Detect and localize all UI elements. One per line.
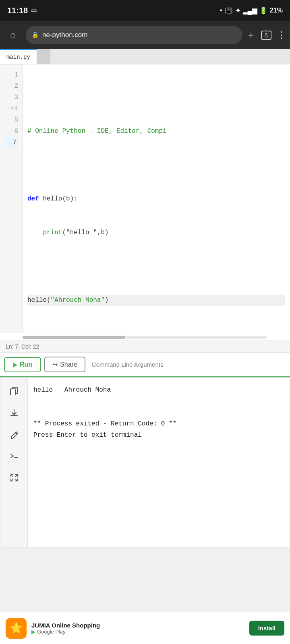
ad-banner: ⭐ JUMIA Online Shopping ▶ Google Play In… [0, 612, 290, 644]
code-line-6 [27, 261, 285, 272]
line-num-4: ▾4 [4, 103, 18, 114]
editor-container: main.py 1 2 3 ▾4 5 6 7 # Online Python -… [0, 49, 290, 378]
run-button[interactable]: ▶ Run [4, 357, 41, 372]
vibrate-icon: 📳 [225, 7, 233, 14]
ad-icon: ⭐ [6, 618, 27, 639]
line-num-7: 7 [4, 137, 18, 148]
dot-indicator: • [220, 7, 222, 14]
code-line-7: hello("Ahrouch Moha") [27, 295, 285, 306]
code-line-5: print("hello ",b) [27, 227, 285, 238]
tab-count[interactable]: 5 [261, 31, 271, 40]
ad-star-icon: ⭐ [10, 622, 23, 635]
command-line-arguments-input[interactable] [89, 358, 286, 371]
status-right: • 📳 ✦ ▂▄▆ 🔋 21% [220, 7, 283, 14]
share-button[interactable]: ↪ Share [44, 357, 85, 372]
copy-icon[interactable] [7, 384, 21, 398]
ad-text: JUMIA Online Shopping ▶ Google Play [31, 622, 244, 635]
output-line-1: hello Ahrouch Moha [33, 384, 284, 396]
line-num-1: 1 [4, 69, 18, 80]
code-line-1 [27, 92, 285, 103]
code-line-2: # Online Python - IDE, Editor, Compi [27, 126, 285, 137]
line-numbers: 1 2 3 ▾4 5 6 7 [0, 64, 23, 333]
battery-level: 21% [270, 7, 283, 14]
toolbar: ▶ Run ↪ Share [0, 352, 290, 377]
status-bar: 11:18 ▭ • 📳 ✦ ▂▄▆ 🔋 21% [0, 0, 290, 21]
terminal-output: hello Ahrouch Moha ** Process exited - R… [28, 378, 290, 547]
share-icon: ↪ [52, 361, 58, 368]
code-content[interactable]: # Online Python - IDE, Editor, Compi def… [23, 64, 290, 333]
url-bar[interactable]: 🔒 ne-python.com [26, 26, 242, 44]
video-icon: ▭ [31, 7, 37, 14]
tab-bar: main.py [0, 49, 290, 64]
wifi-icon: ✦ [235, 7, 240, 14]
terminal-container: hello Ahrouch Moha ** Process exited - R… [0, 378, 290, 547]
code-line-4: def hello(b): [27, 193, 285, 204]
code-line-3 [27, 159, 285, 171]
editor-scrollbar[interactable] [23, 336, 267, 339]
scrollbar-thumb [23, 336, 125, 339]
google-play-icon: ▶ [31, 629, 35, 635]
line-num-2: 2 [4, 80, 18, 92]
terminal-sidebar [0, 378, 28, 547]
line-num-5: 5 [4, 114, 18, 126]
code-area[interactable]: 1 2 3 ▾4 5 6 7 # Online Python - IDE, Ed… [0, 64, 290, 333]
status-time: 11:18 [7, 6, 28, 15]
tab-second[interactable] [37, 49, 50, 64]
tab-main-py[interactable]: main.py [0, 49, 37, 64]
new-tab-button[interactable]: ＋ [246, 29, 255, 41]
clear-icon[interactable] [7, 427, 21, 442]
browser-bar: ⌂ 🔒 ne-python.com ＋ 5 ⋮ [0, 21, 290, 49]
lock-icon: 🔒 [31, 31, 39, 39]
ad-subtitle: ▶ Google Play [31, 629, 244, 635]
battery-icon: 🔋 [259, 7, 267, 14]
url-text: ne-python.com [42, 31, 87, 39]
editor-status: Ln: 7, Col: 22 [0, 341, 290, 352]
svg-rect-1 [10, 389, 16, 395]
output-empty-1 [33, 396, 284, 407]
expand-icon[interactable] [7, 471, 21, 485]
line-num-3: 3 [4, 92, 18, 103]
status-left: 11:18 ▭ [7, 6, 37, 15]
line-num-6: 6 [4, 126, 18, 137]
output-line-4: ** Process exited - Return Code: 0 ** [33, 418, 284, 429]
download-icon[interactable] [7, 405, 21, 420]
home-button[interactable]: ⌂ [4, 26, 22, 44]
browser-actions: ＋ 5 ⋮ [246, 29, 286, 41]
terminal-icon[interactable] [7, 449, 21, 463]
install-button[interactable]: Install [249, 621, 284, 636]
signal-icon: ▂▄▆ [243, 7, 257, 14]
output-line-5: Press Enter to exit terminal [33, 429, 284, 441]
menu-button[interactable]: ⋮ [277, 30, 286, 41]
output-empty-2 [33, 407, 284, 418]
ad-title: JUMIA Online Shopping [31, 622, 244, 629]
play-icon: ▶ [13, 361, 17, 368]
